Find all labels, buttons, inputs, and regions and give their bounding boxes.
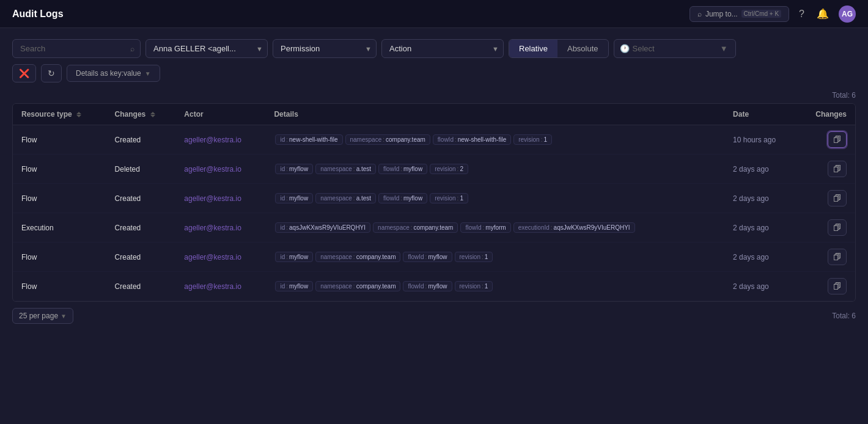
copy-button[interactable]: 🗍 [828,190,847,207]
copy-icon: 🗍 [833,252,841,261]
total-bottom: Total: 6 [832,312,856,320]
navbar-right: ⌕ Jump to... Ctrl/Cmd + K ? 🔔 AG [690,5,856,23]
tag-badge: revision:1 [513,134,552,145]
copy-cell: 🗍 [797,213,855,243]
details-cell: id:myflownamespace:company.teamflowId:my… [265,243,724,272]
actor-link[interactable]: ageller@kestra.io [184,136,241,144]
details-badge-button[interactable]: Details as key:value ▼ [67,65,160,82]
permission-select[interactable]: Permission [273,39,377,58]
avatar[interactable]: AG [839,5,856,23]
select-date-wrap: 🕐 Select ▼ [614,39,736,58]
filter-icon: ❌ [19,68,29,78]
copy-button[interactable]: 🗍 [828,249,847,265]
help-icon[interactable]: ? [796,6,807,22]
toolbar-row: ❌ ↻ Details as key:value ▼ [12,64,856,82]
copy-cell: 🗍 [797,243,855,272]
actor-link[interactable]: ageller@kestra.io [184,282,241,291]
actor-cell: ageller@kestra.io [175,125,265,155]
copy-button[interactable]: 🗍 [828,131,847,148]
resource-type-cell: Flow [13,155,106,184]
copy-icon: 🗍 [833,223,841,232]
changes-cell: Created [106,125,176,155]
actor-link[interactable]: ageller@kestra.io [184,194,241,203]
jump-to-button[interactable]: ⌕ Jump to... Ctrl/Cmd + K [690,6,789,22]
col-actor: Actor [175,104,265,125]
tag-badge: flowId:myflow [403,252,452,262]
tag-badge: revision:1 [430,193,468,203]
action-select-wrap: Action ▼ [381,39,504,58]
date-cell: 2 days ago [724,243,797,272]
changes-cell: Created [106,243,176,272]
action-select[interactable]: Action [381,39,504,58]
search-icon: ⌕ [697,10,702,18]
date-cell: 2 days ago [724,272,797,301]
tag-badge: revision:1 [455,252,493,262]
copy-button[interactable]: 🗍 [828,278,847,294]
absolute-button[interactable]: Absolute [557,40,608,57]
refresh-icon: ↻ [48,68,55,78]
table-header-row: Resource type Changes Actor [13,104,855,125]
audit-logs-table: Resource type Changes Actor [12,103,856,302]
tag-badge: id:myflow [275,281,313,291]
tag-badge: namespace:company.team [315,252,400,262]
bell-icon[interactable]: 🔔 [814,5,831,22]
tag-badge: namespace:company.team [345,134,430,145]
copy-icon: 🗍 [833,282,841,291]
page-title: Audit Logs [12,9,64,20]
copy-icon: 🗍 [833,164,841,174]
copy-button[interactable]: 🗍 [828,161,847,177]
tag-badge: executionId:aqsJwKXwsR9yVIuERQHYI [513,222,635,233]
copy-cell: 🗍 [797,272,855,301]
sort-icon [150,112,155,117]
tag-badge: revision:2 [430,164,468,174]
tag-badge: flowId:myflow [403,281,452,291]
time-toggle: Relative Absolute [509,39,609,58]
relative-button[interactable]: Relative [509,40,557,57]
copy-cell: 🗍 [797,155,855,184]
details-cell: id:myflownamespace:a.testflowId:myflowre… [265,184,724,213]
table-row: FlowDeletedageller@kestra.ioid:myflownam… [13,155,855,184]
resource-type-cell: Flow [13,184,106,213]
date-cell: 2 days ago [724,184,797,213]
chevron-down-icon: ▼ [61,313,67,320]
copy-cell: 🗍 [797,184,855,213]
permission-select-wrap: Permission ▼ [273,39,377,58]
tag-badge: flowId:myflow [378,164,427,174]
tag-badge: namespace:a.test [315,193,376,203]
changes-cell: Created [106,213,176,243]
clock-icon: 🕐 [620,44,630,53]
copy-icon: 🗍 [833,194,841,203]
col-details: Details [265,104,724,125]
date-cell: 2 days ago [724,155,797,184]
date-cell: 10 hours ago [724,125,797,155]
col-changes-action: Changes [797,104,855,125]
table-row: FlowCreatedageller@kestra.ioid:myflownam… [13,243,855,272]
actor-cell: ageller@kestra.io [175,155,265,184]
tag-badge: flowId:myform [460,222,510,233]
copy-cell: 🗍 [797,125,855,155]
tag-badge: namespace:a.test [315,164,376,174]
refresh-button[interactable]: ↻ [41,64,62,82]
col-changes[interactable]: Changes [106,104,176,125]
copy-button[interactable]: 🗍 [828,219,847,236]
actor-link[interactable]: ageller@kestra.io [184,224,241,232]
search-input[interactable] [12,39,141,58]
select-date-button[interactable]: 🕐 Select ▼ [614,39,736,58]
tag-badge: id:myflow [275,252,313,262]
actor-link[interactable]: ageller@kestra.io [184,165,241,174]
col-resource-type[interactable]: Resource type [13,104,106,125]
user-select[interactable]: Anna GELLER <agell... [145,39,268,58]
actor-cell: ageller@kestra.io [175,213,265,243]
navbar: Audit Logs ⌕ Jump to... Ctrl/Cmd + K ? 🔔… [0,0,868,28]
table-row: ExecutionCreatedageller@kestra.ioid:aqsJ… [13,213,855,243]
actor-cell: ageller@kestra.io [175,184,265,213]
table-row: FlowCreatedageller@kestra.ioid:myflownam… [13,272,855,301]
tag-badge: id:myflow [275,193,313,203]
details-cell: id:myflownamespace:company.teamflowId:my… [265,272,724,301]
per-page-select[interactable]: 25 per page ▼ [12,308,73,324]
filter-icon-button[interactable]: ❌ [12,64,36,82]
footer-row: 25 per page ▼ Total: 6 [12,308,856,324]
tag-badge: namespace:company.team [315,281,400,291]
user-select-wrap: Anna GELLER <agell... ▼ [145,39,268,58]
actor-link[interactable]: ageller@kestra.io [184,253,241,261]
